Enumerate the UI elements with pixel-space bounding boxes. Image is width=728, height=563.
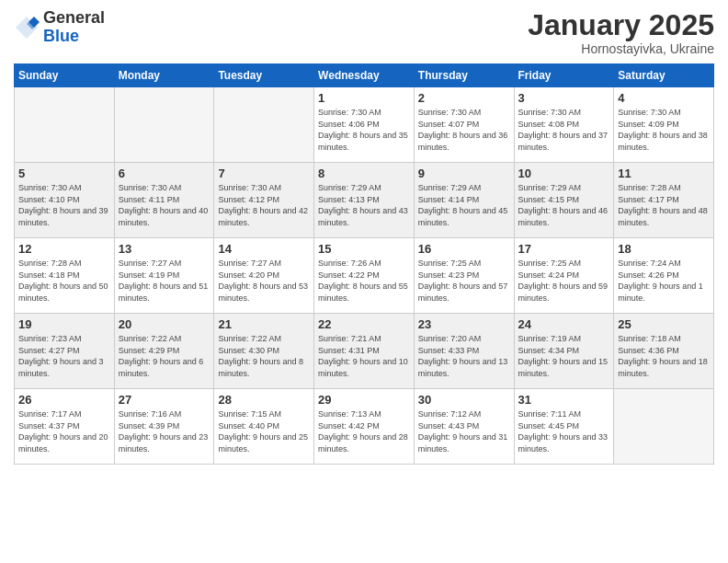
day-number: 13 <box>119 242 210 256</box>
day-info: Sunrise: 7:29 AM Sunset: 4:13 PM Dayligh… <box>318 182 410 228</box>
table-row: 20Sunrise: 7:22 AM Sunset: 4:29 PM Dayli… <box>114 314 214 389</box>
table-row: 23Sunrise: 7:20 AM Sunset: 4:33 PM Dayli… <box>414 314 514 389</box>
col-wednesday: Wednesday <box>314 64 415 87</box>
table-row: 14Sunrise: 7:27 AM Sunset: 4:20 PM Dayli… <box>214 238 314 314</box>
day-info: Sunrise: 7:30 AM Sunset: 4:09 PM Dayligh… <box>618 107 710 153</box>
table-row: 22Sunrise: 7:21 AM Sunset: 4:31 PM Dayli… <box>314 314 415 389</box>
day-info: Sunrise: 7:30 AM Sunset: 4:06 PM Dayligh… <box>318 107 410 153</box>
table-row: 13Sunrise: 7:27 AM Sunset: 4:19 PM Dayli… <box>114 238 214 314</box>
calendar: Sunday Monday Tuesday Wednesday Thursday… <box>14 63 714 465</box>
day-info: Sunrise: 7:26 AM Sunset: 4:22 PM Dayligh… <box>318 258 410 304</box>
table-row: 19Sunrise: 7:23 AM Sunset: 4:27 PM Dayli… <box>15 314 115 389</box>
day-info: Sunrise: 7:13 AM Sunset: 4:42 PM Dayligh… <box>318 408 410 454</box>
table-row: 10Sunrise: 7:29 AM Sunset: 4:15 PM Dayli… <box>514 163 614 238</box>
table-row: 15Sunrise: 7:26 AM Sunset: 4:22 PM Dayli… <box>314 238 415 314</box>
day-info: Sunrise: 7:16 AM Sunset: 4:39 PM Dayligh… <box>119 408 210 454</box>
day-info: Sunrise: 7:30 AM Sunset: 4:11 PM Dayligh… <box>119 182 210 228</box>
table-row: 21Sunrise: 7:22 AM Sunset: 4:30 PM Dayli… <box>214 314 314 389</box>
location: Hornostayivka, Ukraine <box>528 41 714 56</box>
day-number: 8 <box>318 167 410 180</box>
day-info: Sunrise: 7:30 AM Sunset: 4:12 PM Dayligh… <box>218 182 310 228</box>
day-number: 25 <box>618 317 710 331</box>
day-info: Sunrise: 7:22 AM Sunset: 4:29 PM Dayligh… <box>119 333 210 379</box>
day-number: 21 <box>218 317 310 331</box>
day-info: Sunrise: 7:27 AM Sunset: 4:20 PM Dayligh… <box>218 258 310 304</box>
col-sunday: Sunday <box>15 64 115 87</box>
day-info: Sunrise: 7:24 AM Sunset: 4:26 PM Dayligh… <box>618 258 710 304</box>
table-row <box>15 87 115 163</box>
day-number: 31 <box>518 393 610 407</box>
table-row: 7Sunrise: 7:30 AM Sunset: 4:12 PM Daylig… <box>214 163 314 238</box>
day-info: Sunrise: 7:18 AM Sunset: 4:36 PM Dayligh… <box>618 333 710 379</box>
day-number: 4 <box>618 91 710 105</box>
month-title: January 2025 <box>528 9 714 41</box>
day-info: Sunrise: 7:11 AM Sunset: 4:45 PM Dayligh… <box>518 408 610 454</box>
table-row: 18Sunrise: 7:24 AM Sunset: 4:26 PM Dayli… <box>614 238 714 314</box>
table-row: 4Sunrise: 7:30 AM Sunset: 4:09 PM Daylig… <box>614 87 714 163</box>
table-row <box>614 389 714 465</box>
calendar-week-row: 26Sunrise: 7:17 AM Sunset: 4:37 PM Dayli… <box>15 389 714 465</box>
table-row: 5Sunrise: 7:30 AM Sunset: 4:10 PM Daylig… <box>15 163 115 238</box>
table-row: 31Sunrise: 7:11 AM Sunset: 4:45 PM Dayli… <box>514 389 614 465</box>
day-number: 2 <box>418 91 510 105</box>
table-row: 2Sunrise: 7:30 AM Sunset: 4:07 PM Daylig… <box>414 87 514 163</box>
table-row: 24Sunrise: 7:19 AM Sunset: 4:34 PM Dayli… <box>514 314 614 389</box>
day-info: Sunrise: 7:22 AM Sunset: 4:30 PM Dayligh… <box>218 333 310 379</box>
col-monday: Monday <box>114 64 214 87</box>
day-info: Sunrise: 7:23 AM Sunset: 4:27 PM Dayligh… <box>18 333 110 379</box>
day-info: Sunrise: 7:28 AM Sunset: 4:17 PM Dayligh… <box>618 182 710 228</box>
day-info: Sunrise: 7:21 AM Sunset: 4:31 PM Dayligh… <box>318 333 410 379</box>
logo: General Blue <box>14 9 105 46</box>
day-number: 9 <box>418 167 510 180</box>
logo-general: General <box>43 8 105 27</box>
day-number: 17 <box>518 242 610 256</box>
day-number: 27 <box>119 393 210 407</box>
day-info: Sunrise: 7:15 AM Sunset: 4:40 PM Dayligh… <box>218 408 310 454</box>
table-row: 17Sunrise: 7:25 AM Sunset: 4:24 PM Dayli… <box>514 238 614 314</box>
table-row: 25Sunrise: 7:18 AM Sunset: 4:36 PM Dayli… <box>614 314 714 389</box>
day-info: Sunrise: 7:30 AM Sunset: 4:08 PM Dayligh… <box>518 107 610 153</box>
day-info: Sunrise: 7:19 AM Sunset: 4:34 PM Dayligh… <box>518 333 610 379</box>
calendar-week-row: 19Sunrise: 7:23 AM Sunset: 4:27 PM Dayli… <box>15 314 714 389</box>
day-number: 29 <box>318 393 410 407</box>
day-number: 20 <box>119 317 210 331</box>
table-row: 26Sunrise: 7:17 AM Sunset: 4:37 PM Dayli… <box>15 389 115 465</box>
day-info: Sunrise: 7:29 AM Sunset: 4:14 PM Dayligh… <box>418 182 510 228</box>
table-row: 27Sunrise: 7:16 AM Sunset: 4:39 PM Dayli… <box>114 389 214 465</box>
day-number: 15 <box>318 242 410 256</box>
title-block: January 2025 Hornostayivka, Ukraine <box>528 9 714 56</box>
day-info: Sunrise: 7:30 AM Sunset: 4:10 PM Dayligh… <box>18 182 110 228</box>
table-row <box>214 87 314 163</box>
table-row: 11Sunrise: 7:28 AM Sunset: 4:17 PM Dayli… <box>614 163 714 238</box>
col-friday: Friday <box>514 64 614 87</box>
day-number: 28 <box>218 393 310 407</box>
day-number: 23 <box>418 317 510 331</box>
table-row: 16Sunrise: 7:25 AM Sunset: 4:23 PM Dayli… <box>414 238 514 314</box>
calendar-week-row: 12Sunrise: 7:28 AM Sunset: 4:18 PM Dayli… <box>15 238 714 314</box>
day-info: Sunrise: 7:25 AM Sunset: 4:24 PM Dayligh… <box>518 258 610 304</box>
day-info: Sunrise: 7:20 AM Sunset: 4:33 PM Dayligh… <box>418 333 510 379</box>
day-info: Sunrise: 7:12 AM Sunset: 4:43 PM Dayligh… <box>418 408 510 454</box>
day-info: Sunrise: 7:30 AM Sunset: 4:07 PM Dayligh… <box>418 107 510 153</box>
logo-blue: Blue <box>43 27 79 45</box>
day-number: 5 <box>18 167 110 180</box>
calendar-week-row: 1Sunrise: 7:30 AM Sunset: 4:06 PM Daylig… <box>15 87 714 163</box>
table-row: 29Sunrise: 7:13 AM Sunset: 4:42 PM Dayli… <box>314 389 415 465</box>
table-row: 8Sunrise: 7:29 AM Sunset: 4:13 PM Daylig… <box>314 163 415 238</box>
table-row: 6Sunrise: 7:30 AM Sunset: 4:11 PM Daylig… <box>114 163 214 238</box>
logo-text: General Blue <box>43 9 105 46</box>
page-header: General Blue January 2025 Hornostayivka,… <box>14 9 714 56</box>
day-number: 7 <box>218 167 310 180</box>
day-number: 6 <box>119 167 210 180</box>
calendar-header-row: Sunday Monday Tuesday Wednesday Thursday… <box>15 64 714 87</box>
day-number: 14 <box>218 242 310 256</box>
table-row: 30Sunrise: 7:12 AM Sunset: 4:43 PM Dayli… <box>414 389 514 465</box>
day-number: 30 <box>418 393 510 407</box>
table-row: 3Sunrise: 7:30 AM Sunset: 4:08 PM Daylig… <box>514 87 614 163</box>
day-number: 22 <box>318 317 410 331</box>
calendar-week-row: 5Sunrise: 7:30 AM Sunset: 4:10 PM Daylig… <box>15 163 714 238</box>
day-number: 16 <box>418 242 510 256</box>
day-number: 1 <box>318 91 410 105</box>
col-tuesday: Tuesday <box>214 64 314 87</box>
logo-icon <box>14 15 40 40</box>
